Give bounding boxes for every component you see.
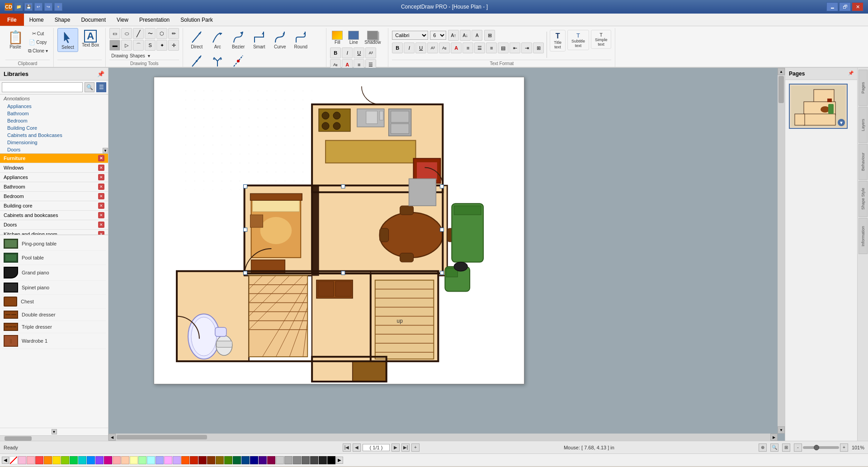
color-swatch-none[interactable]: [9, 456, 18, 464]
bold-text[interactable]: B: [392, 42, 403, 53]
poly-tool[interactable]: ⬡: [156, 28, 167, 39]
color-swatch-14[interactable]: [130, 456, 138, 464]
text-align-justify[interactable]: ▤: [498, 42, 509, 53]
star-tool[interactable]: ✦: [156, 40, 167, 51]
select-button[interactable]: Select: [57, 28, 78, 52]
lib-windows-close[interactable]: ✕: [98, 165, 104, 171]
color-swatch-7[interactable]: [70, 456, 78, 464]
curve-tool[interactable]: 〜: [145, 28, 156, 39]
zoom-slider[interactable]: [803, 446, 839, 449]
lib-building-core-close[interactable]: ✕: [98, 203, 104, 209]
list-item[interactable]: Double dresser: [2, 309, 106, 321]
font-larger[interactable]: A↑: [448, 30, 459, 41]
color-swatch-9[interactable]: [87, 456, 95, 464]
scroll-up-btn[interactable]: ▲: [778, 68, 785, 75]
status-diagram-btn[interactable]: ⊞: [782, 443, 790, 452]
list-view-button[interactable]: ☰: [96, 82, 106, 92]
tab-pages[interactable]: Pages: [859, 70, 868, 106]
color-swatch-10[interactable]: [95, 456, 104, 464]
lib-kitchen[interactable]: Kitchen and dining room ✕: [0, 230, 108, 235]
color-swatch-18[interactable]: [164, 456, 172, 464]
underline-text[interactable]: U: [415, 42, 426, 53]
ellipse-tool[interactable]: ⬭: [121, 28, 132, 39]
zoom-in-btn[interactable]: +: [840, 443, 848, 452]
more-options[interactable]: ⊞: [484, 30, 495, 41]
tree-item-building-core[interactable]: Building Core: [0, 124, 108, 132]
lib-bedroom[interactable]: Bedroom ✕: [0, 192, 108, 201]
lib-cabinets-close[interactable]: ✕: [98, 212, 104, 218]
lib-furniture[interactable]: Furniture ✕: [0, 154, 108, 163]
lib-bathroom-close[interactable]: ✕: [98, 184, 104, 190]
scroll-right-btn[interactable]: ▶: [770, 434, 778, 441]
tree-item-dimensioning[interactable]: Dimensioning: [0, 139, 108, 146]
style-a2[interactable]: A²: [365, 47, 376, 58]
app-icon-3[interactable]: 💾: [24, 3, 33, 11]
scroll-down-btn[interactable]: ▼: [778, 426, 785, 434]
style-underline[interactable]: U: [354, 47, 364, 58]
color-swatch-12[interactable]: [113, 456, 121, 464]
lib-appliances[interactable]: Appliances ✕: [0, 173, 108, 182]
page-thumbnail[interactable]: ▼: [789, 84, 848, 129]
text-align-center[interactable]: ☰: [474, 42, 485, 53]
font-smaller[interactable]: A↓: [460, 30, 471, 41]
status-fit-btn[interactable]: ⊕: [759, 443, 767, 452]
style-bold[interactable]: B: [330, 47, 341, 58]
color-swatch-3[interactable]: [35, 456, 43, 464]
color-swatch-36[interactable]: [319, 456, 327, 464]
menu-file[interactable]: File: [0, 14, 24, 26]
text-indent-inc[interactable]: ⇥: [521, 42, 532, 53]
color-swatch-25[interactable]: [224, 456, 232, 464]
libraries-pin[interactable]: 📌: [97, 71, 104, 77]
canvas-area[interactable]: up: [108, 68, 785, 441]
list-item[interactable]: || Wardrobe 1: [2, 333, 106, 349]
lib-bathroom[interactable]: Bathroom ✕: [0, 182, 108, 192]
font-size-select[interactable]: 6: [430, 31, 446, 40]
canvas-horizontal-scrollbar[interactable]: ◀ ▶: [108, 434, 778, 441]
menu-shape[interactable]: Shape: [49, 14, 76, 26]
nav-add-btn[interactable]: +: [411, 443, 420, 452]
color-swatch-4[interactable]: [44, 456, 52, 464]
text-color-a[interactable]: A: [451, 42, 462, 53]
color-swatch-19[interactable]: [173, 456, 181, 464]
color-swatch-23[interactable]: [207, 456, 215, 464]
palette-left-btn[interactable]: ◀: [2, 457, 9, 464]
app-icon-4[interactable]: ↩: [34, 3, 42, 11]
lib-windows[interactable]: Windows ✕: [0, 163, 108, 173]
simple-text-button[interactable]: T Simple text: [591, 30, 612, 49]
tree-scroll-down[interactable]: ▼: [103, 148, 108, 153]
paste-button[interactable]: 📋 Paste: [5, 28, 25, 51]
lib-doors[interactable]: Doors ✕: [0, 220, 108, 230]
drawing-shapes-button[interactable]: Drawing Shapes ▼: [109, 52, 153, 59]
list-item[interactable]: Chest: [2, 295, 106, 309]
bezier-button[interactable]: Bezier: [228, 28, 248, 51]
h-scroll-thumb[interactable]: [117, 435, 207, 439]
library-search-input[interactable]: [2, 82, 83, 92]
cross-tool[interactable]: ✛: [168, 40, 179, 51]
arc-button[interactable]: Arc: [208, 28, 227, 51]
app-icon-5[interactable]: ↪: [44, 3, 52, 11]
color-swatch-13[interactable]: [121, 456, 129, 464]
color-swatch-29[interactable]: [259, 456, 267, 464]
tab-behaviour[interactable]: Behaviour: [859, 144, 868, 180]
bezier2-tool[interactable]: S: [145, 40, 156, 51]
palette-right-btn[interactable]: ▶: [336, 457, 343, 464]
color-swatch-32[interactable]: [284, 456, 292, 464]
v-scroll-thumb[interactable]: [778, 76, 784, 103]
color-swatch-30[interactable]: [267, 456, 275, 464]
pages-pin[interactable]: 📌: [848, 71, 854, 77]
textbox-button[interactable]: A Text Box: [79, 28, 102, 49]
color-swatch-34[interactable]: [302, 456, 310, 464]
rect2-tool[interactable]: ▬: [109, 40, 120, 51]
nav-next-btn[interactable]: ▶: [392, 443, 400, 452]
line-button[interactable]: Line: [346, 30, 361, 46]
app-icon-2[interactable]: 📁: [14, 3, 23, 11]
nav-page-selector[interactable]: ( 1/1 ): [363, 444, 390, 451]
text-indent-dec[interactable]: ⇤: [509, 42, 520, 53]
color-swatch-35[interactable]: [310, 456, 318, 464]
color-swatch-11[interactable]: [104, 456, 112, 464]
close-btn[interactable]: ✕: [852, 2, 863, 11]
color-swatch-20[interactable]: [181, 456, 189, 464]
list-item[interactable]: Ping-pong table: [2, 237, 106, 251]
lib-scroll-down-btn[interactable]: ▼: [52, 429, 57, 434]
search-button[interactable]: 🔍: [85, 82, 94, 92]
